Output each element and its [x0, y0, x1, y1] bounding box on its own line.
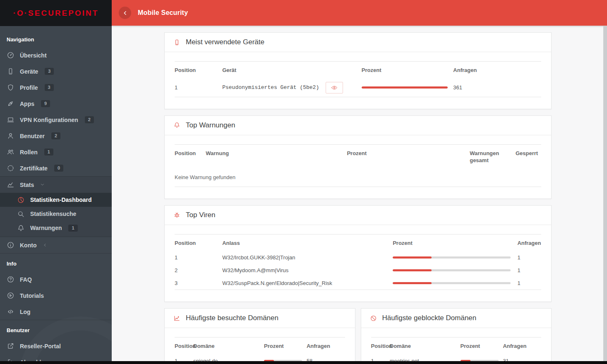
table-row: 3 W32/SuspPack.N.gen!Eldorado|Security_R… — [175, 277, 541, 290]
certificate-icon — [7, 164, 14, 172]
user-icon — [7, 132, 14, 140]
sidebar-item-profile[interactable]: Profile 3 — [0, 79, 112, 96]
column-header: Prozent — [264, 338, 307, 354]
percent-bar-fill — [393, 269, 432, 271]
count-badge: 2 — [51, 132, 60, 139]
table-row: 2 W32/Mydoom.A@mm|Virus 1 — [175, 264, 541, 277]
card-header: Top Viren — [165, 206, 551, 225]
column-header: Gesperrt — [516, 144, 541, 169]
viruses-table: Position Anlass Prozent Anfragen 1 W32/I… — [175, 234, 541, 290]
cell-requests: 1 — [517, 251, 541, 264]
sidebar-item-geraete[interactable]: Geräte 3 — [0, 63, 112, 79]
card-header: Häufigste geblockte Domänen — [361, 309, 552, 328]
cell-requests: 1 — [517, 277, 541, 290]
sidebar-item-tutorials[interactable]: Tutorials — [0, 287, 112, 304]
card-body: Position Domäne Prozent Anfragen 1 meetr… — [361, 328, 552, 364]
cell-virus-name: W32/SuspPack.N.gen!Eldorado|Security_Ris… — [222, 277, 393, 290]
count-badge: 1 — [68, 225, 77, 232]
nav-section-info: Info — [0, 254, 112, 271]
cell-position: 3 — [175, 277, 222, 290]
gauge-icon — [7, 51, 14, 59]
cell-virus-name: W32/Ircbot.GUKK-3982|Trojan — [222, 251, 393, 264]
chart-area-icon — [7, 181, 14, 189]
sidebar-item-label: Konto — [20, 242, 36, 249]
sidebar-item-label: Reseller-Portal — [20, 343, 61, 350]
sidebar-item-rollen[interactable]: Rollen 1 — [0, 144, 112, 160]
cell-virus-name: W32/Mydoom.A@mm|Virus — [222, 264, 393, 277]
sidebar-item-uebersicht[interactable]: Übersicht — [0, 47, 112, 63]
percent-bar — [362, 86, 448, 89]
blocked-icon — [370, 315, 377, 322]
info-icon — [7, 241, 14, 249]
count-badge: 3 — [45, 84, 54, 91]
sidebar-item-warnungen[interactable]: Warnungen 1 — [0, 221, 112, 235]
column-header: Anfragen — [503, 338, 541, 354]
sidebar-item-faq[interactable]: FAQ — [0, 271, 112, 287]
column-header: Anfragen — [453, 62, 541, 79]
card-top-viruses: Top Viren Position Anlass Prozent Anfrag… — [164, 205, 552, 302]
nav-section-navigation: Navigation — [0, 29, 112, 47]
percent-bar — [393, 269, 511, 271]
column-header: Anfragen — [307, 338, 345, 354]
percent-bar-fill — [393, 282, 432, 284]
code-icon — [7, 308, 14, 316]
sidebar-item-label: Stats — [20, 182, 34, 188]
column-header: Domäne — [390, 338, 461, 354]
sidebar-item-label: Zertifikate — [20, 165, 48, 172]
sidebar-item-label: Statistikensuche — [30, 211, 76, 217]
bottom-screen-edge — [0, 361, 607, 364]
sidebar-item-reseller-portal[interactable]: Reseller-Portal — [0, 338, 112, 354]
card-body: Position Warnung Prozent Warnungen gesam… — [165, 135, 551, 199]
warnings-table: Position Warnung Prozent Warnungen gesam… — [175, 144, 541, 187]
percent-bar — [393, 282, 511, 284]
sidebar-item-apps[interactable]: Apps 9 — [0, 96, 112, 112]
back-button[interactable] — [119, 7, 131, 19]
sidebar-item-vpn-konfigurationen[interactable]: VPN Konfigurationen 2 — [0, 112, 112, 128]
sidebar-item-benutzer[interactable]: Benutzer 2 — [0, 128, 112, 144]
sidebar-item-log[interactable]: Log — [0, 304, 112, 320]
column-header: Prozent — [461, 338, 503, 354]
chevron-left-icon — [122, 10, 128, 16]
card-header: Top Warnungen — [165, 116, 551, 135]
cell-requests: 1 — [517, 264, 541, 277]
column-header: Position — [175, 62, 222, 79]
card-title: Häufigste geblockte Domänen — [382, 314, 477, 322]
sidebar-item-label: Übersicht — [20, 52, 47, 59]
sidebar-item-statistikensuche[interactable]: Statistikensuche — [0, 207, 112, 221]
column-header: Domäne — [193, 338, 264, 354]
visited-domains-table: Position Domäne Prozent Anfragen 1 spieg… — [175, 337, 345, 364]
device-icon — [7, 67, 14, 75]
securepoint-logo: ·O·SECUREPOINT — [13, 9, 99, 18]
card-top-devices: Meist verwendete Geräte Position Gerät P… — [164, 32, 552, 109]
sidebar-item-label: Statistiken-Dashboard — [30, 196, 92, 203]
sidebar-item-konto[interactable]: Konto — [0, 237, 112, 253]
cell-device-name: Pseudonymisiertes Gerät (5be2) — [222, 84, 319, 91]
bell-icon — [173, 122, 180, 129]
card-title: Top Viren — [186, 211, 216, 219]
sidebar-item-label: Tutorials — [20, 292, 44, 299]
nav-section-benutzer: Benutzer — [0, 320, 112, 338]
column-header: Position — [175, 144, 206, 169]
count-badge: 9 — [41, 100, 50, 107]
cell-position: 1 — [175, 79, 222, 97]
card-top-warnings: Top Warnungen Position Warnung Prozent W… — [164, 115, 552, 199]
bug-icon — [173, 211, 180, 218]
chevron-left-icon — [43, 243, 47, 247]
column-header: Position — [175, 234, 222, 251]
chart-line-icon — [173, 315, 180, 322]
sidebar-item-statistiken-dashboard[interactable]: Statistiken-Dashboard — [0, 193, 112, 207]
card-title: Meist verwendete Geräte — [186, 38, 264, 46]
shield-icon — [7, 84, 14, 91]
show-device-button[interactable] — [326, 82, 343, 93]
sidebar-item-zertifikate[interactable]: Zertifikate 0 — [0, 160, 112, 176]
sidebar-item-label: Rollen — [20, 149, 38, 156]
sidebar-item-stats[interactable]: Stats — [0, 177, 112, 193]
laptop-icon — [7, 116, 14, 124]
scrollbar-track[interactable] — [603, 26, 607, 364]
domains-card-row: Häufigste besuchte Domänen Position Domä… — [164, 308, 552, 364]
sidebar-item-label: Profile — [20, 84, 38, 91]
table-row: 1 W32/Ircbot.GUKK-3982|Trojan 1 — [175, 251, 541, 264]
devices-table: Position Gerät Prozent Anfragen 1 Pseudo… — [175, 61, 541, 97]
eye-icon — [331, 84, 338, 91]
logo-bar: ·O·SECUREPOINT — [0, 0, 112, 26]
